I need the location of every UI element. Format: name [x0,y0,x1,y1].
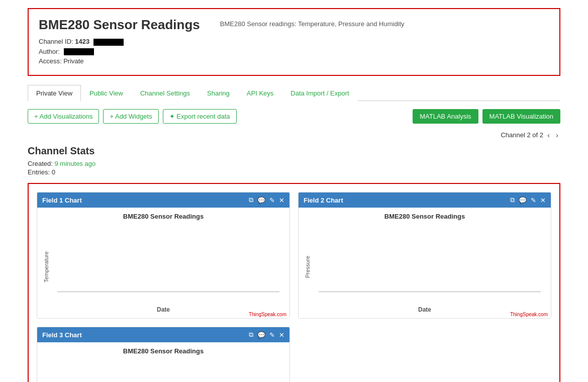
field3-chart-body: BME280 Sensor Readings [37,342,289,382]
field1-chart-header: Field 1 Chart ⧉ 💬 ✎ ✕ [37,193,289,208]
field1-chart-title: Field 1 Chart [42,197,82,204]
charts-grid-top: Field 1 Chart ⧉ 💬 ✎ ✕ BME280 Sensor Read… [37,192,551,319]
field3-close-icon[interactable]: ✕ [279,331,284,339]
channel-id-value: 1423 [75,38,89,45]
field2-chart-line [319,292,541,292]
field1-chart-plot-title: BME280 Sensor Readings [123,213,204,220]
tab-data-import-export[interactable]: Data Import / Export [282,85,357,101]
field3-comment-icon[interactable]: 💬 [257,331,265,339]
field3-chart-title: Field 3 Chart [42,331,82,339]
channel-id-redacted [93,39,124,46]
field2-chart-header: Field 2 Chart ⧉ 💬 ✎ ✕ [299,193,551,208]
field2-chart-plot-title: BME280 Sensor Readings [384,213,465,220]
field1-chart-line [57,292,279,292]
entries-row: Entries: 0 [28,168,560,176]
field2-comment-icon[interactable]: 💬 [519,197,527,204]
field2-x-label: Date [418,306,431,313]
prev-channel-button[interactable]: ‹ [545,130,552,140]
author-redacted [64,48,94,55]
matlab-analysis-button[interactable]: MATLAB Analysis [413,109,478,124]
entries-label: Entries: [28,168,50,176]
field1-close-icon[interactable]: ✕ [279,197,284,204]
field2-close-icon[interactable]: ✕ [540,197,546,204]
next-channel-button[interactable]: › [554,130,560,140]
access-label: Access: [39,57,62,65]
header-left: BME280 Sensor Readings Channel ID: 1423 … [39,17,200,67]
channel-id-label: Channel ID: [39,38,73,45]
field3-chart-plot-title: BME280 Sensor Readings [123,347,204,355]
field1-chart-card: Field 1 Chart ⧉ 💬 ✎ ✕ BME280 Sensor Read… [37,192,290,319]
channel-nav-text: Channel 2 of 2 [501,131,543,139]
field2-external-link-icon[interactable]: ⧉ [510,196,515,204]
created-label: Created: [28,160,53,167]
field2-edit-icon[interactable]: ✎ [531,197,536,204]
page-title: BME280 Sensor Readings [39,17,200,33]
tab-private-view[interactable]: Private View [28,85,81,101]
channel-id-row: Channel ID: 1423 [39,38,200,46]
tab-sharing[interactable]: Sharing [199,85,238,101]
access-row: Access: Private [39,57,200,65]
author-label: Author: [39,48,60,55]
tabs-bar: Private View Public View Channel Setting… [28,85,560,101]
field1-watermark: ThingSpeak.com [249,312,286,317]
field1-external-link-icon[interactable]: ⧉ [249,196,253,204]
field2-chart-title: Field 2 Chart [304,197,343,204]
access-value: Private [63,57,83,65]
field2-chart-card: Field 2 Chart ⧉ 💬 ✎ ✕ BME280 Sensor Read… [298,192,551,319]
field3-chart-header: Field 3 Chart ⧉ 💬 ✎ ✕ [37,327,289,342]
channel-stats-title: Channel Stats [28,145,560,157]
matlab-visualization-button[interactable]: MATLAB Visualization [482,109,560,124]
field1-y-label: Temperature [43,251,49,282]
tab-channel-settings[interactable]: Channel Settings [132,85,199,101]
created-row: Created: 9 minutes ago [28,160,560,167]
field1-comment-icon[interactable]: 💬 [257,197,265,204]
created-value[interactable]: 9 minutes ago [55,160,96,167]
description-text: BME280 Sensor readings: Temperature, Pre… [220,20,405,28]
add-visualizations-button[interactable]: + Add Visualizations [28,109,99,124]
field3-chart-card: Field 3 Chart ⧉ 💬 ✎ ✕ BME280 Sensor Read… [37,327,290,382]
field3-edit-icon[interactable]: ✎ [269,331,275,339]
field2-chart-body: BME280 Sensor Readings Pressure Date Thi… [299,208,551,318]
field1-edit-icon[interactable]: ✎ [269,197,275,204]
toolbar-left: + Add Visualizations + Add Widgets ✦ Exp… [28,109,237,124]
tab-public-view[interactable]: Public View [81,85,132,101]
add-widgets-button[interactable]: + Add Widgets [103,109,158,124]
field1-x-label: Date [157,306,170,313]
field2-watermark: ThingSpeak.com [510,312,548,317]
channel-nav: Channel 2 of 2 ‹ › [501,130,560,140]
charts-grid-bottom: Field 3 Chart ⧉ 💬 ✎ ✕ BME280 Sensor Read… [37,327,551,382]
author-row: Author: [39,48,200,56]
field2-header-icons: ⧉ 💬 ✎ ✕ [510,196,546,204]
field1-plot-area: Temperature [42,222,284,305]
field3-external-link-icon[interactable]: ⧉ [249,331,253,339]
toolbar: + Add Visualizations + Add Widgets ✦ Exp… [28,109,560,124]
field1-header-icons: ⧉ 💬 ✎ ✕ [249,196,284,204]
field1-chart-body: BME280 Sensor Readings Temperature Date … [37,208,289,318]
header-card: BME280 Sensor Readings Channel ID: 1423 … [28,8,560,76]
export-recent-data-button[interactable]: ✦ Export recent data [163,109,237,124]
toolbar-right: MATLAB Analysis MATLAB Visualization [413,109,560,124]
entries-value: 0 [52,168,55,176]
charts-outer: Field 1 Chart ⧉ 💬 ✎ ✕ BME280 Sensor Read… [28,183,560,382]
field2-plot-area: Pressure [304,222,546,305]
tab-api-keys[interactable]: API Keys [238,85,282,101]
header-description: BME280 Sensor readings: Temperature, Pre… [220,17,405,28]
channel-stats: Channel Stats Created: 9 minutes ago Ent… [28,145,560,176]
field2-y-label: Pressure [305,256,311,278]
field3-header-icons: ⧉ 💬 ✎ ✕ [249,331,284,339]
